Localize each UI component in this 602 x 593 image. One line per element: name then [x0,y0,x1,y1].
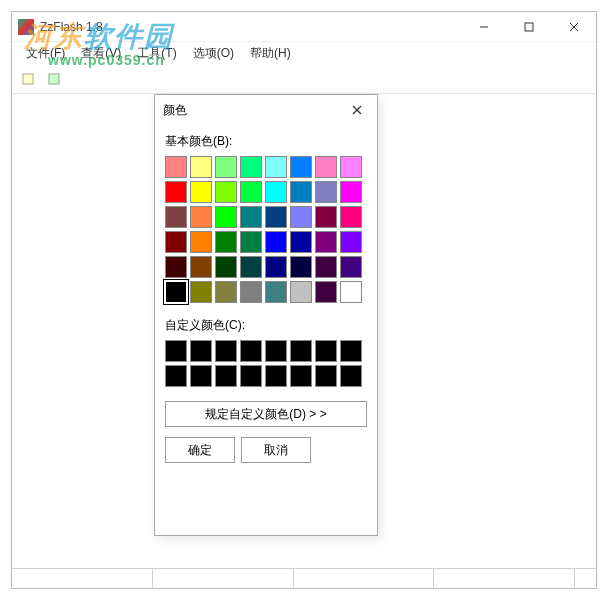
basic-color-swatch[interactable] [190,206,212,228]
app-icon [18,19,34,35]
custom-color-swatch[interactable] [290,365,312,387]
basic-color-swatch[interactable] [265,156,287,178]
custom-color-swatch[interactable] [215,365,237,387]
dialog-title: 颜色 [163,102,345,119]
basic-color-swatch[interactable] [315,256,337,278]
custom-color-swatch[interactable] [215,340,237,362]
dialog-close-button[interactable] [345,98,369,122]
menu-tools[interactable]: 工具(T) [129,43,184,64]
custom-color-swatch[interactable] [340,340,362,362]
basic-color-swatch[interactable] [240,281,262,303]
titlebar: ZzFlash 1.8 [12,12,596,42]
basic-color-swatch[interactable] [340,206,362,228]
basic-color-swatch[interactable] [240,206,262,228]
statusbar [12,568,596,588]
basic-color-swatch[interactable] [190,231,212,253]
svg-rect-1 [525,23,533,31]
basic-color-swatch[interactable] [165,256,187,278]
basic-color-swatch[interactable] [340,156,362,178]
basic-color-swatch[interactable] [340,181,362,203]
custom-color-swatch[interactable] [190,340,212,362]
basic-color-swatch[interactable] [165,156,187,178]
custom-color-swatch[interactable] [165,340,187,362]
custom-color-swatch[interactable] [290,340,312,362]
menubar: 文件(F) 查看(V) 工具(T) 选项(O) 帮助(H) [12,42,596,64]
basic-color-swatch[interactable] [165,181,187,203]
basic-color-swatch[interactable] [265,181,287,203]
window-controls [461,12,596,41]
basic-color-swatch[interactable] [190,156,212,178]
basic-color-swatch[interactable] [315,231,337,253]
basic-color-swatch[interactable] [190,181,212,203]
define-custom-colors-button[interactable]: 规定自定义颜色(D) > > [165,401,367,427]
menu-help[interactable]: 帮助(H) [242,43,299,64]
basic-color-swatch[interactable] [215,231,237,253]
menu-view[interactable]: 查看(V) [73,43,129,64]
basic-color-swatch[interactable] [315,156,337,178]
status-cell [575,569,596,588]
basic-color-swatch[interactable] [290,281,312,303]
basic-color-swatch[interactable] [165,206,187,228]
basic-color-swatch[interactable] [215,256,237,278]
basic-color-swatch[interactable] [290,156,312,178]
basic-color-swatch[interactable] [340,231,362,253]
cancel-button[interactable]: 取消 [241,437,311,463]
basic-color-swatch[interactable] [290,206,312,228]
basic-color-swatch[interactable] [240,181,262,203]
basic-color-swatch[interactable] [290,256,312,278]
basic-color-swatch[interactable] [315,206,337,228]
basic-color-swatch[interactable] [340,256,362,278]
menu-file[interactable]: 文件(F) [18,43,73,64]
basic-color-swatch[interactable] [165,281,187,303]
basic-color-swatch[interactable] [165,231,187,253]
status-cell [294,569,435,588]
basic-color-swatch[interactable] [240,256,262,278]
custom-color-swatch[interactable] [190,365,212,387]
custom-color-swatch[interactable] [340,365,362,387]
basic-color-swatch[interactable] [265,206,287,228]
custom-colors-grid [165,340,367,387]
basic-color-swatch[interactable] [215,181,237,203]
toolbar-button-2[interactable] [42,67,66,91]
close-button[interactable] [551,12,596,41]
custom-colors-label: 自定义颜色(C): [165,317,367,334]
custom-color-swatch[interactable] [240,365,262,387]
basic-color-swatch[interactable] [315,281,337,303]
minimize-button[interactable] [461,12,506,41]
status-cell [434,569,575,588]
toolbar-button-1[interactable] [16,67,40,91]
basic-color-swatch[interactable] [340,281,362,303]
svg-rect-5 [49,74,59,84]
custom-color-swatch[interactable] [165,365,187,387]
basic-color-swatch[interactable] [215,281,237,303]
basic-color-swatch[interactable] [265,256,287,278]
basic-color-swatch[interactable] [290,231,312,253]
toolbar [12,64,596,94]
menu-options[interactable]: 选项(O) [185,43,242,64]
basic-color-swatch[interactable] [265,281,287,303]
window-title: ZzFlash 1.8 [40,20,461,34]
custom-color-swatch[interactable] [315,365,337,387]
basic-color-swatch[interactable] [315,181,337,203]
custom-color-swatch[interactable] [265,340,287,362]
ok-button[interactable]: 确定 [165,437,235,463]
dialog-buttons: 确定 取消 [165,437,367,463]
maximize-button[interactable] [506,12,551,41]
basic-color-swatch[interactable] [240,231,262,253]
basic-color-swatch[interactable] [190,281,212,303]
svg-rect-4 [23,74,33,84]
status-cell [153,569,294,588]
basic-color-swatch[interactable] [190,256,212,278]
custom-color-swatch[interactable] [265,365,287,387]
dialog-body: 基本颜色(B): 自定义颜色(C): 规定自定义颜色(D) > > 确定 取消 [155,125,377,473]
custom-color-swatch[interactable] [240,340,262,362]
basic-colors-label: 基本颜色(B): [165,133,367,150]
basic-color-swatch[interactable] [215,206,237,228]
basic-color-swatch[interactable] [290,181,312,203]
basic-color-swatch[interactable] [215,156,237,178]
custom-color-swatch[interactable] [315,340,337,362]
basic-colors-grid [165,156,367,303]
color-dialog: 颜色 基本颜色(B): 自定义颜色(C): 规定自定义颜色(D) > > 确定 … [154,94,378,536]
basic-color-swatch[interactable] [240,156,262,178]
basic-color-swatch[interactable] [265,231,287,253]
